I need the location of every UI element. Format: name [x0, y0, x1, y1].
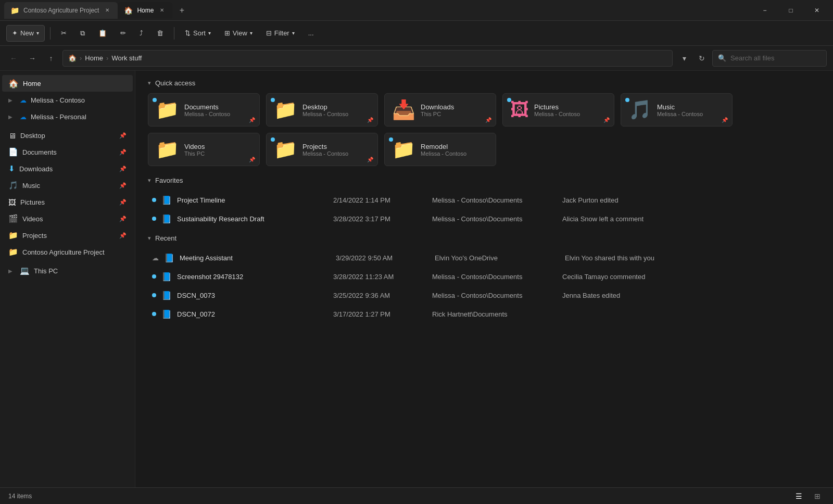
share-button[interactable]: ⤴	[134, 25, 148, 42]
cloud-icon-2: ☁	[20, 113, 27, 121]
paste-button[interactable]: 📋	[93, 25, 112, 42]
sidebar-item-contoso-ag[interactable]: 📁 Contoso Agriculture Project	[2, 244, 133, 260]
minimize-button[interactable]: −	[753, 2, 777, 19]
grid-view-button[interactable]: ⊞	[810, 489, 825, 503]
up-button[interactable]: ↑	[44, 51, 58, 66]
file-row-dscn0073[interactable]: 📘 DSCN_0073 3/25/2022 9:36 AM Melissa - …	[148, 286, 821, 305]
sidebar: 🏠 Home ▶ ☁ Melissa - Contoso ▶ ☁ Melissa…	[0, 71, 135, 487]
sidebar-thispc-label: This PC	[34, 267, 58, 275]
sidebar-documents-label: Documents	[22, 148, 57, 156]
sort-icon: ⇅	[185, 29, 191, 37]
pictures-card-name: Pictures	[534, 103, 580, 111]
back-button[interactable]: ←	[6, 51, 21, 66]
breadcrumb-home[interactable]: Home	[85, 54, 103, 62]
sustainability-icon: 📘	[161, 214, 172, 224]
projects-sync-dot	[271, 137, 275, 142]
sidebar-desktop-label: Desktop	[20, 132, 45, 140]
breadcrumb[interactable]: 🏠 › Home › Work stuff	[62, 50, 673, 67]
projects-card-sub: Melissa - Contoso	[302, 150, 348, 157]
breadcrumb-work-stuff[interactable]: Work stuff	[111, 54, 142, 62]
tab-contoso-label: Contoso Agriculture Project	[23, 7, 99, 14]
videos-pin-icon: 📌	[249, 157, 255, 162]
sidebar-melissa-contoso-label: Melissa - Contoso	[31, 96, 85, 104]
breadcrumb-home-icon: 🏠	[68, 54, 77, 62]
filter-icon: ⊟	[266, 29, 272, 37]
sidebar-melissa-personal-label: Melissa - Personal	[31, 113, 86, 121]
folder-card-projects[interactable]: 📁 Projects Melissa - Contoso 📌	[266, 133, 378, 166]
file-row-meeting-assistant[interactable]: ☁ 📘 Meeting Assistant 3/29/2022 9:50 AM …	[148, 248, 821, 267]
dscn0072-date: 3/17/2022 1:27 PM	[333, 310, 427, 318]
projects-card-name: Projects	[302, 143, 348, 150]
pin-icon-downloads: 📌	[119, 166, 127, 172]
recent-header[interactable]: ▾ Recent	[148, 234, 821, 242]
music-card-sub: Melissa - Contoso	[657, 111, 703, 117]
sidebar-item-documents[interactable]: 📄 Documents 📌	[2, 144, 133, 160]
tab-home[interactable]: 🏠 Home ✕	[118, 2, 172, 19]
copy-button[interactable]: ⧉	[75, 25, 90, 42]
new-icon: ✦	[12, 29, 18, 37]
dscn0072-sync-dot	[152, 312, 156, 316]
tab-contoso-close[interactable]: ✕	[103, 6, 111, 15]
project-timeline-location: Melissa - Contoso\Documents	[432, 196, 557, 204]
forward-button[interactable]: →	[25, 51, 40, 66]
pin-icon-videos: 📌	[119, 216, 127, 222]
new-tab-button[interactable]: +	[174, 3, 189, 18]
folder-card-music[interactable]: 🎵 Music Melissa - Contoso 📌	[621, 93, 733, 127]
delete-button[interactable]: 🗑	[152, 25, 169, 42]
folder-card-remodel[interactable]: 📁 Remodel Melissa - Contoso	[384, 133, 496, 166]
file-row-project-timeline[interactable]: 📘 Project Timeline 2/14/2022 1:14 PM Mel…	[148, 191, 821, 209]
quick-access-chevron: ▾	[148, 80, 151, 86]
file-row-dscn0072[interactable]: 📘 DSCN_0072 3/17/2022 1:27 PM Rick Hartn…	[148, 305, 821, 323]
close-button[interactable]: ✕	[805, 2, 829, 19]
folder-card-documents[interactable]: 📁 Documents Melissa - Contoso 📌	[148, 93, 260, 127]
tab-contoso[interactable]: 📁 Contoso Agriculture Project ✕	[4, 2, 118, 19]
rename-button[interactable]: ✏	[115, 25, 131, 42]
sidebar-item-projects[interactable]: 📁 Projects 📌	[2, 227, 133, 244]
videos-card-sub: This PC	[184, 150, 205, 157]
sidebar-item-home[interactable]: 🏠 Home	[2, 75, 133, 92]
recent-label: Recent	[155, 234, 176, 242]
contoso-ag-icon: 📁	[8, 247, 18, 257]
folder-card-videos[interactable]: 📁 Videos This PC 📌	[148, 133, 260, 166]
folder-card-downloads[interactable]: 📥 Downloads This PC 📌	[384, 93, 496, 127]
filter-label: Filter	[274, 29, 289, 37]
new-button[interactable]: ✦ New ▾	[6, 25, 45, 42]
projects-pin-icon: 📌	[367, 157, 373, 162]
expand-icon-2: ▶	[8, 114, 16, 120]
sort-button[interactable]: ⇅ Sort ▾	[180, 25, 216, 42]
cut-button[interactable]: ✂	[56, 25, 72, 42]
pin-icon-projects: 📌	[119, 232, 127, 239]
sidebar-item-videos[interactable]: 🎬 Videos 📌	[2, 210, 133, 227]
sidebar-item-music[interactable]: 🎵 Music 📌	[2, 177, 133, 194]
sidebar-item-downloads[interactable]: ⬇ Downloads 📌	[2, 160, 133, 177]
folder-card-desktop[interactable]: 📁 Desktop Melissa - Contoso 📌	[266, 93, 378, 127]
search-box[interactable]: 🔍 Search all files	[712, 50, 827, 67]
sidebar-item-thispc[interactable]: ▶ 💻 This PC	[2, 262, 133, 279]
quick-access-header[interactable]: ▾ Quick access	[148, 79, 821, 87]
desktop-card-sub: Melissa - Contoso	[302, 111, 348, 117]
maximize-button[interactable]: □	[779, 2, 803, 19]
file-row-screenshot[interactable]: 📘 Screenshot 29478132 3/28/2022 11:23 AM…	[148, 267, 821, 286]
favorites-header[interactable]: ▾ Favorites	[148, 177, 821, 184]
refresh-button[interactable]: ↻	[695, 51, 709, 66]
project-timeline-date: 2/14/2022 1:14 PM	[333, 196, 427, 204]
screenshot-icon: 📘	[161, 272, 172, 282]
file-row-sustainability-draft[interactable]: 📘 Sustainability Research Draft 3/28/202…	[148, 209, 821, 228]
dropdown-button[interactable]: ▾	[677, 51, 691, 66]
folder-card-pictures[interactable]: 🖼 Pictures Melissa - Contoso 📌	[502, 93, 614, 127]
view-icon: ⊞	[224, 29, 230, 37]
sidebar-item-desktop[interactable]: 🖥 Desktop 📌	[2, 127, 133, 144]
tab-home-close[interactable]: ✕	[158, 6, 166, 15]
list-view-button[interactable]: ☰	[791, 489, 806, 503]
desktop-pin-icon: 📌	[367, 117, 373, 123]
sidebar-music-label: Music	[22, 182, 40, 190]
filter-button[interactable]: ⊟ Filter ▾	[261, 25, 300, 42]
sidebar-item-melissa-personal[interactable]: ▶ ☁ Melissa - Personal	[2, 108, 133, 125]
docs-icon: 📄	[8, 147, 18, 157]
sidebar-item-pictures[interactable]: 🖼 Pictures 📌	[2, 194, 133, 210]
sidebar-item-melissa-contoso[interactable]: ▶ ☁ Melissa - Contoso	[2, 92, 133, 108]
search-icon: 🔍	[718, 54, 726, 62]
downloads-folder-icon: 📥	[392, 99, 415, 121]
view-button[interactable]: ⊞ View ▾	[219, 25, 258, 42]
more-button[interactable]: ...	[303, 25, 319, 42]
